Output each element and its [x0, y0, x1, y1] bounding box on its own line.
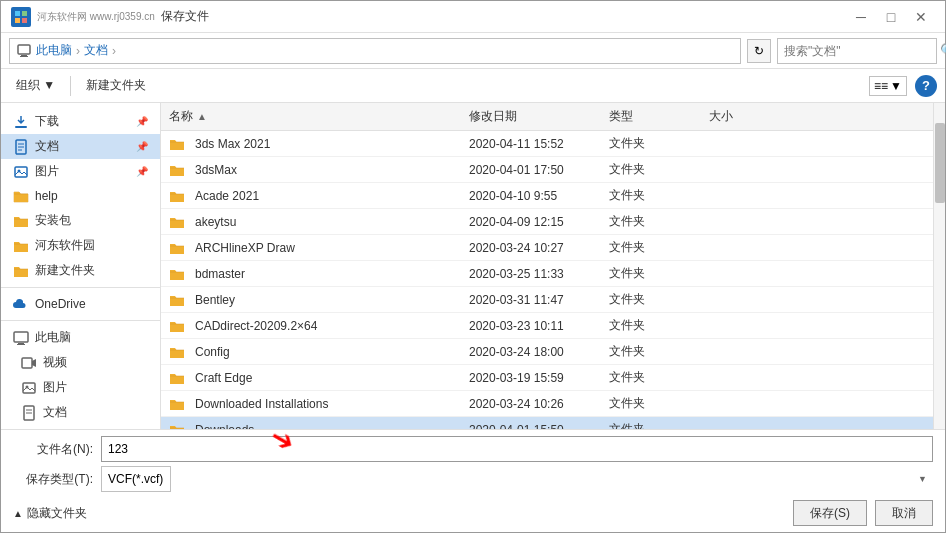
svg-rect-7: [15, 126, 27, 128]
refresh-button[interactable]: ↻: [747, 39, 771, 63]
table-row[interactable]: ARCHlineXP Draw 2020-03-24 10:27 文件夹: [161, 235, 933, 261]
document-icon: [13, 139, 29, 155]
filetype-select[interactable]: VCF(*.vcf): [101, 466, 171, 492]
minimize-button[interactable]: ─: [847, 7, 875, 27]
svg-rect-18: [23, 383, 35, 393]
folder-icon: [169, 240, 185, 256]
breadcrumb-documents[interactable]: 文档: [84, 42, 108, 59]
sidebar: 下载 📌 文档 📌 图片 📌 help 安装包: [1, 103, 161, 429]
folder-icon: [169, 370, 185, 386]
cancel-button[interactable]: 取消: [875, 500, 933, 526]
pin-icon: 📌: [136, 116, 148, 127]
sidebar-label: 下载: [35, 113, 59, 130]
col-header-type[interactable]: 类型: [601, 108, 701, 125]
file-type-cell: 文件夹: [601, 187, 701, 204]
bottom-form: 文件名(N): 保存类型(T): VCF(*.vcf) ▲ 隐藏文件夹 保存(S…: [1, 429, 945, 532]
breadcrumb-sep-2: ›: [112, 44, 116, 58]
organize-button[interactable]: 组织 ▼: [9, 74, 62, 97]
sidebar-item-pictures[interactable]: 图片: [1, 375, 160, 400]
search-button[interactable]: 🔍: [940, 39, 946, 63]
col-header-date[interactable]: 修改日期: [461, 108, 601, 125]
sidebar-item-packages[interactable]: 安装包: [1, 208, 160, 233]
svg-rect-4: [18, 45, 30, 54]
table-row[interactable]: Config 2020-03-24 18:00 文件夹: [161, 339, 933, 365]
search-input[interactable]: [778, 44, 940, 58]
table-row[interactable]: bdmaster 2020-03-25 11:33 文件夹: [161, 261, 933, 287]
file-date-cell: 2020-03-23 10:11: [461, 319, 601, 333]
sidebar-label: OneDrive: [35, 297, 86, 311]
sidebar-divider-1: [1, 287, 160, 288]
close-button[interactable]: ✕: [907, 7, 935, 27]
save-button[interactable]: 保存(S): [793, 500, 867, 526]
filename-input[interactable]: [101, 436, 933, 462]
table-row[interactable]: akeytsu 2020-04-09 12:15 文件夹: [161, 209, 933, 235]
filetype-label: 保存类型(T):: [13, 471, 93, 488]
file-type-cell: 文件夹: [601, 161, 701, 178]
folder-icon: [169, 214, 185, 230]
download-icon: [13, 114, 29, 130]
table-row[interactable]: Acade 2021 2020-04-10 9:55 文件夹: [161, 183, 933, 209]
app-logo: [11, 7, 31, 27]
sidebar-item-documents-quick[interactable]: 文档 📌: [1, 134, 160, 159]
filename-row: 文件名(N):: [13, 436, 933, 462]
folder-icon: [169, 344, 185, 360]
save-dialog: 河东软件网 www.rj0359.cn 保存文件 ─ □ ✕ 此电脑 › 文档 …: [0, 0, 946, 533]
action-buttons: 保存(S) 取消: [793, 500, 933, 526]
file-date-cell: 2020-04-01 17:50: [461, 163, 601, 177]
help-button[interactable]: ?: [915, 75, 937, 97]
file-date-cell: 2020-03-31 11:47: [461, 293, 601, 307]
table-row[interactable]: Craft Edge 2020-03-19 15:59 文件夹: [161, 365, 933, 391]
folder-icon: [169, 292, 185, 308]
sidebar-item-thispc[interactable]: 此电脑: [1, 325, 160, 350]
sidebar-item-images-quick[interactable]: 图片 📌: [1, 159, 160, 184]
table-row[interactable]: Downloads 2020-04-01 15:50 文件夹: [161, 417, 933, 429]
sidebar-divider-2: [1, 320, 160, 321]
sidebar-label: 图片: [43, 379, 67, 396]
image-icon-2: [21, 380, 37, 396]
hide-folders-toggle[interactable]: ▲ 隐藏文件夹: [13, 505, 87, 522]
table-row[interactable]: 3dsMax 2020-04-01 17:50 文件夹: [161, 157, 933, 183]
breadcrumb[interactable]: 此电脑 › 文档 ›: [9, 38, 741, 64]
file-name-cell: ARCHlineXP Draw: [161, 240, 461, 256]
titlebar: 河东软件网 www.rj0359.cn 保存文件 ─ □ ✕: [1, 1, 945, 33]
svg-rect-15: [18, 343, 24, 344]
folder-icon: [169, 422, 185, 430]
sidebar-item-documents-pc[interactable]: 文档: [1, 400, 160, 425]
svg-rect-14: [14, 332, 28, 342]
sidebar-item-newfolder[interactable]: 新建文件夹: [1, 258, 160, 283]
file-date-cell: 2020-03-25 11:33: [461, 267, 601, 281]
sidebar-item-hedong[interactable]: 河东软件园: [1, 233, 160, 258]
pin-icon: 📌: [136, 141, 148, 152]
file-type-cell: 文件夹: [601, 135, 701, 152]
table-row[interactable]: Downloaded Installations 2020-03-24 10:2…: [161, 391, 933, 417]
sidebar-item-onedrive[interactable]: OneDrive: [1, 292, 160, 316]
folder-icon: [169, 162, 185, 178]
filelist-header: 名称 ▲ 修改日期 类型 大小: [161, 103, 933, 131]
view-icon: ≡≡: [874, 79, 888, 93]
file-type-cell: 文件夹: [601, 421, 701, 429]
svg-rect-3: [22, 18, 27, 23]
maximize-button[interactable]: □: [877, 7, 905, 27]
sidebar-item-downloads-quick[interactable]: 下载 📌: [1, 109, 160, 134]
sidebar-item-help[interactable]: help: [1, 184, 160, 208]
breadcrumb-home[interactable]: 此电脑: [36, 42, 72, 59]
col-header-name[interactable]: 名称 ▲: [161, 108, 461, 125]
col-header-size[interactable]: 大小: [701, 108, 781, 125]
table-row[interactable]: Bentley 2020-03-31 11:47 文件夹: [161, 287, 933, 313]
svg-rect-2: [15, 18, 20, 23]
folder-icon: [169, 188, 185, 204]
file-type-cell: 文件夹: [601, 239, 701, 256]
folder-icon: [169, 396, 185, 412]
new-folder-button[interactable]: 新建文件夹: [79, 74, 153, 97]
computer-icon: [13, 330, 29, 346]
image-icon: [13, 164, 29, 180]
file-type-cell: 文件夹: [601, 395, 701, 412]
table-row[interactable]: CADdirect-20209.2×64 2020-03-23 10:11 文件…: [161, 313, 933, 339]
scroll-thumb[interactable]: [935, 123, 945, 203]
scrollbar[interactable]: [933, 103, 945, 429]
addressbar: 此电脑 › 文档 › ↻ 🔍: [1, 33, 945, 69]
view-toggle-button[interactable]: ≡≡ ▼: [869, 76, 907, 96]
sidebar-item-video[interactable]: 视频: [1, 350, 160, 375]
table-row[interactable]: 3ds Max 2021 2020-04-11 15:52 文件夹: [161, 131, 933, 157]
filetype-row: 保存类型(T): VCF(*.vcf): [13, 466, 933, 492]
